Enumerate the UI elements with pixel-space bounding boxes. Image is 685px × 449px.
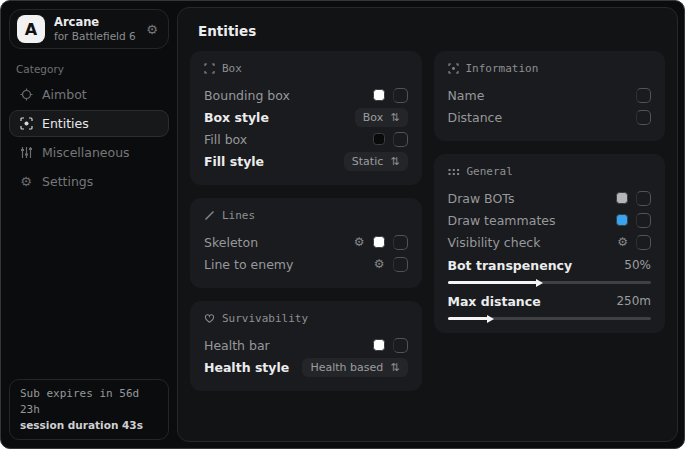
card-general: General Draw BOTs Draw teammates — [434, 154, 666, 333]
setting-row-skeleton[interactable]: Skeleton ⚙ — [204, 231, 408, 253]
sidebar-item-label: Miscellaneous — [42, 145, 130, 160]
grid-dots-icon — [448, 167, 460, 177]
card-title: General — [467, 165, 513, 178]
sidebar-item-label: Settings — [42, 174, 93, 189]
gear-icon: ⚙ — [19, 174, 33, 189]
app-window: A Arcane for Battlefield 6 ⚙ Category Ai… — [0, 0, 685, 449]
heart-icon — [204, 313, 215, 324]
chevron-updown-icon: ⇅ — [390, 111, 399, 124]
sidebar-nav: Aimbot Entities Miscella — [9, 79, 169, 195]
slider-bot-transparency: Bot transpenency 50% — [448, 255, 652, 284]
card-lines: Lines Skeleton ⚙ Line to enemy ⚙ — [190, 198, 422, 288]
app-subtitle: for Battlefield 6 — [54, 30, 137, 43]
checkbox[interactable] — [393, 88, 408, 103]
slider-max-distance: Max distance 250m — [448, 291, 652, 320]
scan-entities-icon — [19, 117, 33, 130]
sliders-icon — [19, 146, 33, 159]
config-gear-icon[interactable]: ⚙ — [374, 258, 385, 270]
chevron-updown-icon: ⇅ — [390, 155, 399, 168]
page-title: Entities — [198, 23, 665, 39]
color-swatch[interactable] — [373, 89, 385, 101]
setting-row-name[interactable]: Name — [448, 84, 652, 106]
setting-row-health-style[interactable]: Health style Health based ⇅ — [204, 356, 408, 378]
sidebar: A Arcane for Battlefield 6 ⚙ Category Ai… — [1, 1, 177, 448]
sidebar-item-settings[interactable]: ⚙ Settings — [9, 168, 169, 195]
sidebar-item-label: Aimbot — [42, 87, 87, 102]
checkbox[interactable] — [393, 132, 408, 147]
slider-fill[interactable] — [448, 281, 538, 284]
app-name: Arcane — [54, 15, 137, 29]
category-label: Category — [16, 63, 169, 75]
fill-style-dropdown[interactable]: Static ⇅ — [344, 152, 408, 171]
setting-row-box-style[interactable]: Box style Box ⇅ — [204, 106, 408, 128]
card-information: Information Name Distance — [434, 51, 666, 141]
checkbox[interactable] — [636, 88, 651, 103]
color-swatch[interactable] — [373, 339, 385, 351]
main-panel: Entities Box Bounding box — [177, 7, 678, 442]
card-title: Box — [222, 62, 242, 75]
config-gear-icon[interactable]: ⚙ — [617, 236, 628, 248]
app-settings-icon[interactable]: ⚙ — [146, 22, 158, 37]
session-duration-text: session duration 43s — [20, 418, 158, 433]
sidebar-item-entities[interactable]: Entities — [9, 110, 169, 137]
card-title: Lines — [222, 209, 255, 222]
sidebar-item-miscellaneous[interactable]: Miscellaneous — [9, 139, 169, 166]
slider-track[interactable] — [448, 281, 652, 284]
sub-expiry-text: Sub expires in 56d 23h — [20, 386, 158, 418]
crosshair-icon — [19, 88, 33, 101]
slider-fill[interactable] — [448, 317, 489, 320]
checkbox[interactable] — [393, 338, 408, 353]
checkbox[interactable] — [636, 213, 651, 228]
color-swatch[interactable] — [616, 214, 628, 226]
setting-row-distance[interactable]: Distance — [448, 106, 652, 128]
checkbox[interactable] — [393, 235, 408, 250]
color-swatch[interactable] — [373, 133, 385, 145]
chevron-updown-icon: ⇅ — [390, 361, 399, 374]
subscription-info: Sub expires in 56d 23h session duration … — [9, 379, 169, 440]
health-style-dropdown[interactable]: Health based ⇅ — [302, 358, 407, 377]
checkbox[interactable] — [393, 257, 408, 272]
scan-info-icon — [448, 63, 459, 74]
slider-track[interactable] — [448, 317, 652, 320]
sidebar-item-label: Entities — [42, 116, 89, 131]
logo-card: A Arcane for Battlefield 6 ⚙ — [9, 9, 169, 49]
card-box: Box Bounding box Box style Box — [190, 51, 422, 185]
checkbox[interactable] — [636, 110, 651, 125]
config-gear-icon[interactable]: ⚙ — [354, 236, 365, 248]
color-swatch[interactable] — [616, 192, 628, 204]
diagonal-line-icon — [204, 210, 215, 221]
checkbox[interactable] — [636, 235, 651, 250]
sidebar-item-aimbot[interactable]: Aimbot — [9, 81, 169, 108]
slider-value: 50% — [624, 258, 651, 272]
setting-row-visibility-check[interactable]: Visibility check ⚙ — [448, 231, 652, 253]
slider-value: 250m — [616, 294, 651, 308]
setting-row-fill-style[interactable]: Fill style Static ⇅ — [204, 150, 408, 172]
checkbox[interactable] — [636, 191, 651, 206]
setting-row-fill-box[interactable]: Fill box — [204, 128, 408, 150]
setting-row-line-to-enemy[interactable]: Line to enemy ⚙ — [204, 253, 408, 275]
app-logo: A — [17, 15, 45, 43]
box-corners-icon — [204, 63, 215, 74]
box-style-dropdown[interactable]: Box ⇅ — [355, 108, 408, 127]
card-title: Survivability — [222, 312, 308, 325]
setting-row-health-bar[interactable]: Health bar — [204, 334, 408, 356]
setting-row-draw-teammates[interactable]: Draw teammates — [448, 209, 652, 231]
card-survivability: Survivability Health bar Health style — [190, 301, 422, 391]
setting-row-bounding-box[interactable]: Bounding box — [204, 84, 408, 106]
card-title: Information — [466, 62, 539, 75]
color-swatch[interactable] — [373, 236, 385, 248]
setting-row-draw-bots[interactable]: Draw BOTs — [448, 187, 652, 209]
